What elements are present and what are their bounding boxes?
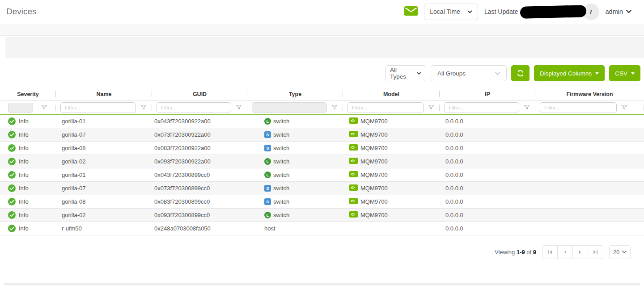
firmware-filter-input[interactable] [540,102,617,113]
chevron-down-icon [626,10,631,13]
type-badge: S [264,131,271,138]
severity-cell: Info [0,142,56,155]
model-cell: MQM9700 [343,155,440,168]
name-cell: gorilla-08 [56,142,152,155]
table-row[interactable]: Info gorilla-02 0x093f720300922a00 L swi… [0,155,644,168]
name-cell: gorilla-01 [56,168,152,181]
type-badge: L [264,172,271,178]
firmware-cell [535,222,644,235]
table-row[interactable]: Info gorilla-08 0x083f720300899cc0 S swi… [0,195,644,209]
nvidia-model-icon [349,211,358,219]
severity-cell: Info [0,155,56,168]
name-filter-input[interactable] [60,102,136,113]
nvidia-model-icon [349,184,358,192]
firmware-cell [535,115,644,128]
ip-cell: 0.0.0.0 [440,209,535,222]
timezone-select[interactable]: Local Time [424,4,478,20]
top-controls: Local Time Last Update ! admin [404,0,631,23]
nvidia-model-icon [349,198,358,205]
firmware-cell [535,168,644,181]
funnel-filter-icon[interactable] [428,105,434,110]
table-row[interactable]: Info gorilla-07 0x073f720300922a00 S swi… [0,128,644,142]
guid-filter-input[interactable] [157,102,231,113]
title-bar: Devices Local Time Last Update ! admin [0,0,644,23]
severity-info-icon [8,131,16,138]
model-cell: MQM9700 [343,128,440,141]
severity-cell: Info [0,115,56,128]
displayed-columns-button[interactable]: Displayed Columns [534,65,605,81]
table-row[interactable]: Info r-ufm50 0x248a0703008fa050 host 0.0… [0,222,644,235]
severity-label: Info [19,198,29,205]
type-cell: S switch [247,195,343,208]
funnel-filter-icon[interactable] [236,105,242,110]
groups-filter-value: All Groups [437,70,466,77]
name-cell: gorilla-02 [56,209,152,222]
severity-info-icon [8,198,16,205]
table-row[interactable]: Info gorilla-01 0x043f720300899cc0 L swi… [0,168,644,182]
ip-cell: 0.0.0.0 [440,195,535,208]
user-menu[interactable]: admin [606,8,632,15]
column-header-severity[interactable]: Severity [0,88,56,100]
ip-cell: 0.0.0.0 [440,182,535,195]
severity-label: Info [19,145,29,151]
column-header-type[interactable]: Type [247,88,343,100]
types-filter-select[interactable]: All Types [385,65,426,81]
funnel-filter-icon[interactable] [41,105,47,110]
type-cell: host [247,222,343,235]
severity-label: Info [19,131,29,138]
firmware-cell [535,128,644,141]
firmware-cell [535,142,644,155]
severity-info-icon [8,144,16,152]
funnel-filter-icon[interactable] [331,105,338,110]
type-cell: L switch [247,168,343,181]
column-header-model[interactable]: Model [343,88,440,100]
model-cell: MQM9700 [343,209,440,222]
table-row[interactable]: Info gorilla-08 0x083f720300922a00 S swi… [0,142,644,155]
model-filter-input[interactable] [347,102,424,113]
table-row[interactable]: Info gorilla-07 0x073f720300899cc0 S swi… [0,182,644,195]
guid-cell: 0x093f720300899cc0 [152,209,247,222]
groups-filter-select[interactable]: All Groups [431,65,507,81]
refresh-button[interactable] [511,65,530,81]
ip-filter-input[interactable] [444,102,519,113]
type-filter-select[interactable] [252,102,327,113]
funnel-filter-icon[interactable] [621,105,627,110]
type-cell: S switch [247,142,343,155]
last-update-label: Last Update [484,8,518,15]
user-menu-label: admin [606,8,623,15]
severity-label: Info [19,172,29,178]
firmware-cell [535,209,644,222]
type-cell: L switch [247,209,343,222]
csv-export-button[interactable]: CSV [609,65,640,81]
column-header-name[interactable]: Name [56,88,152,100]
table-row[interactable]: Info gorilla-02 0x093f720300899cc0 L swi… [0,209,644,222]
chevron-down-icon [495,72,500,75]
guid-cell: 0x043f720300899cc0 [152,168,247,181]
severity-filter-select[interactable] [8,103,33,113]
guid-cell: 0x073f720300899cc0 [152,182,247,195]
table-row[interactable]: Info gorilla-01 0x043f720300922a00 L swi… [0,115,644,128]
redaction-blob [520,5,586,19]
funnel-filter-icon[interactable] [524,105,530,110]
page-size-select[interactable]: 20 [609,245,631,259]
prev-page-icon [563,250,567,255]
severity-info-icon [8,158,16,165]
last-page-button[interactable] [588,245,603,259]
column-header-ip[interactable]: IP [440,88,535,100]
column-header-guid[interactable]: GUID [152,88,247,100]
funnel-filter-icon[interactable] [140,105,147,110]
prev-page-button[interactable] [557,245,573,259]
type-cell: L switch [247,115,343,128]
severity-cell: Info [0,222,56,235]
next-page-button[interactable] [572,245,588,259]
horizontal-scrollbar[interactable] [4,283,640,285]
sub-header-band [0,24,644,36]
type-badge: S [264,185,271,192]
table-body: Info gorilla-01 0x043f720300922a00 L swi… [0,115,644,235]
first-page-button[interactable] [542,245,558,259]
column-header-firmware[interactable]: Firmware Version [535,88,644,100]
firmware-cell [535,195,644,208]
severity-info-icon [8,171,16,179]
pager-buttons [542,245,603,259]
mail-icon[interactable] [404,6,418,17]
